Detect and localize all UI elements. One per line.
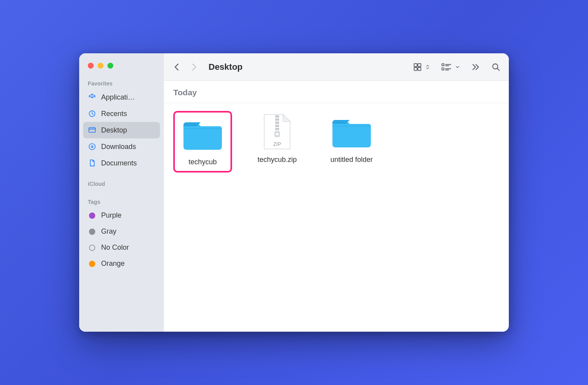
more-button[interactable]	[470, 62, 481, 72]
sidebar-tag-nocolor[interactable]: No Color	[83, 240, 160, 256]
svg-rect-1	[89, 128, 96, 133]
sidebar-item-label: Orange	[101, 260, 125, 268]
sidebar: Favorites Applicati… Recents	[79, 53, 164, 332]
svg-rect-14	[275, 128, 279, 130]
folder-icon	[181, 116, 224, 153]
svg-rect-8	[442, 68, 444, 70]
window-title: Desktop	[209, 62, 243, 72]
file-item-folder[interactable]: untitled folder	[322, 111, 381, 173]
recents-icon	[88, 109, 96, 118]
svg-rect-3	[414, 64, 417, 67]
svg-rect-10	[275, 115, 279, 118]
sidebar-item-applications[interactable]: Applicati…	[83, 89, 160, 105]
downloads-icon	[88, 142, 96, 151]
file-item-label: techycub.zip	[258, 156, 297, 164]
content-area: Today techycub	[164, 81, 509, 332]
view-mode-button[interactable]	[412, 62, 430, 72]
file-item-folder[interactable]: techycub	[173, 111, 232, 173]
sidebar-item-label: Applicati…	[101, 93, 135, 102]
desktop-icon	[88, 126, 96, 134]
folder-icon	[330, 114, 373, 150]
svg-rect-5	[414, 67, 417, 71]
sidebar-item-documents[interactable]: Documents	[83, 155, 160, 171]
sidebar-item-label: Documents	[101, 159, 137, 167]
tag-dot-icon	[89, 212, 95, 219]
tag-dot-icon	[89, 261, 95, 267]
zip-badge-label: ZIP	[273, 141, 281, 147]
sidebar-item-downloads[interactable]: Downloads	[83, 138, 160, 155]
file-item-label: techycub	[189, 158, 217, 166]
sidebar-item-label: Purple	[101, 211, 122, 220]
svg-rect-12	[275, 122, 279, 124]
applications-icon	[88, 93, 96, 102]
items-grid: techycub	[164, 103, 509, 180]
sidebar-item-label: Downloads	[101, 143, 136, 151]
sidebar-item-recents[interactable]: Recents	[83, 105, 160, 122]
toolbar: Desktop	[164, 53, 509, 81]
tag-dot-icon	[89, 245, 95, 251]
minimize-button[interactable]	[98, 63, 103, 69]
main-panel: Desktop	[164, 53, 509, 332]
toolbar-right	[412, 62, 501, 72]
svg-rect-7	[442, 64, 444, 65]
group-icon	[441, 62, 452, 72]
sidebar-item-label: Gray	[101, 227, 116, 236]
sidebar-section-icloud-label: iCloud	[83, 178, 160, 189]
sidebar-section-favorites-label: Favorites	[83, 78, 160, 89]
forward-button[interactable]	[189, 62, 199, 72]
window-controls	[83, 63, 160, 69]
sidebar-tag-gray[interactable]: Gray	[83, 223, 160, 240]
svg-rect-4	[418, 64, 421, 67]
up-down-icon	[425, 64, 430, 71]
finder-window: Favorites Applicati… Recents	[79, 53, 509, 332]
chevron-down-icon	[455, 64, 460, 70]
documents-icon	[88, 159, 96, 167]
tag-dot-icon	[89, 229, 95, 235]
sidebar-item-label: Desktop	[101, 126, 127, 134]
svg-point-16	[276, 133, 278, 135]
search-button[interactable]	[491, 62, 501, 72]
zip-icon: ZIP	[256, 114, 299, 150]
maximize-button[interactable]	[107, 63, 113, 69]
group-by-button[interactable]	[441, 62, 460, 72]
file-item-label: untitled folder	[330, 156, 373, 164]
group-header: Today	[164, 81, 509, 103]
sidebar-item-label: No Color	[101, 243, 129, 252]
svg-rect-11	[275, 118, 279, 121]
sidebar-item-desktop[interactable]: Desktop	[83, 122, 160, 138]
svg-rect-13	[275, 125, 279, 127]
sidebar-item-label: Recents	[101, 110, 127, 118]
sidebar-tag-purple[interactable]: Purple	[83, 207, 160, 223]
search-icon	[491, 62, 501, 72]
back-button[interactable]	[172, 62, 182, 72]
file-item-zip[interactable]: ZIP techycub.zip	[248, 111, 307, 173]
svg-rect-6	[418, 67, 421, 71]
chevron-double-right-icon	[470, 62, 481, 72]
grid-icon	[412, 62, 423, 72]
close-button[interactable]	[88, 63, 94, 69]
sidebar-tag-orange[interactable]: Orange	[83, 256, 160, 272]
sidebar-section-tags-label: Tags	[83, 196, 160, 207]
